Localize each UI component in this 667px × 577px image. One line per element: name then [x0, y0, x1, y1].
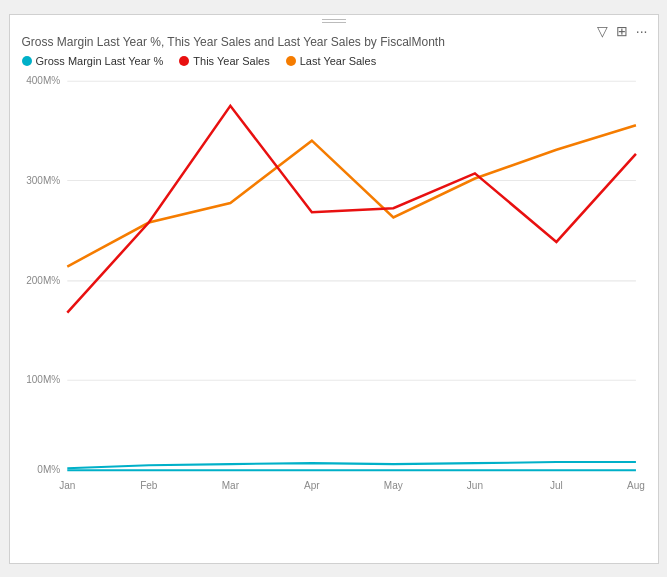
svg-text:Feb: Feb	[140, 479, 158, 490]
filter-icon[interactable]: ▽	[597, 23, 608, 39]
svg-text:0M%: 0M%	[37, 464, 60, 475]
svg-text:Apr: Apr	[304, 479, 320, 490]
svg-text:May: May	[383, 479, 403, 490]
this-year-sales-line	[67, 105, 636, 312]
chart-area: 400M% 300M% 200M% 100M% 0M% Jan Feb Mar …	[22, 71, 646, 501]
legend-dot-last-year	[286, 56, 296, 66]
toolbar: ▽ ⊞ ···	[597, 23, 648, 39]
legend-item-gross-margin: Gross Margin Last Year %	[22, 55, 164, 67]
svg-text:200M%: 200M%	[26, 274, 60, 285]
svg-text:Aug: Aug	[626, 479, 644, 490]
legend-label-gross-margin: Gross Margin Last Year %	[36, 55, 164, 67]
chart-svg: 400M% 300M% 200M% 100M% 0M% Jan Feb Mar …	[22, 71, 646, 501]
svg-text:Mar: Mar	[221, 479, 239, 490]
legend-label-last-year: Last Year Sales	[300, 55, 376, 67]
legend: Gross Margin Last Year % This Year Sales…	[22, 55, 646, 67]
svg-text:400M%: 400M%	[26, 75, 60, 86]
drag-handle	[322, 19, 346, 23]
svg-text:Jun: Jun	[466, 479, 482, 490]
more-icon[interactable]: ···	[636, 23, 648, 39]
legend-label-this-year: This Year Sales	[193, 55, 269, 67]
chart-title: Gross Margin Last Year %, This Year Sale…	[22, 35, 646, 49]
svg-text:300M%: 300M%	[26, 174, 60, 185]
gross-margin-line	[67, 462, 636, 468]
svg-text:Jul: Jul	[549, 479, 562, 490]
legend-dot-this-year	[179, 56, 189, 66]
svg-text:Jan: Jan	[59, 479, 75, 490]
legend-item-last-year: Last Year Sales	[286, 55, 376, 67]
layout-icon[interactable]: ⊞	[616, 23, 628, 39]
legend-dot-gross-margin	[22, 56, 32, 66]
chart-card: ▽ ⊞ ··· Gross Margin Last Year %, This Y…	[9, 14, 659, 564]
last-year-sales-line	[67, 125, 636, 266]
svg-text:100M%: 100M%	[26, 374, 60, 385]
legend-item-this-year: This Year Sales	[179, 55, 269, 67]
